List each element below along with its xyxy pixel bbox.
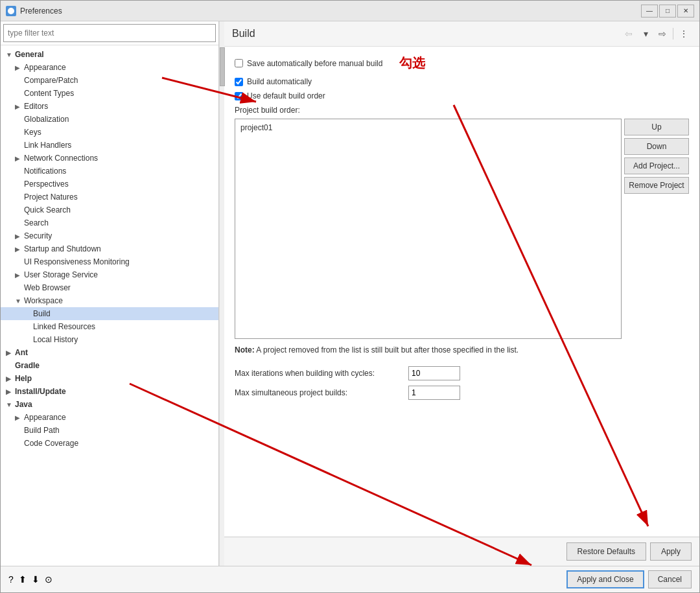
tree-item-build[interactable]: Build [1, 307, 218, 320]
tree-item-ui-responsiveness[interactable]: UI Responsiveness Monitoring [1, 255, 218, 268]
tree-item-user-storage[interactable]: ▶User Storage Service [1, 268, 218, 281]
tree-label-java-code-coverage: Code Coverage [24, 439, 78, 448]
tree-item-content-types[interactable]: Content Types [1, 87, 218, 100]
project-list-item[interactable]: project01 [238, 122, 618, 134]
tree-item-compare-patch[interactable]: Compare/Patch [1, 74, 218, 87]
remove-project-button[interactable]: Remove Project [624, 177, 689, 194]
use-default-row: Use default build order [235, 91, 689, 100]
back-button[interactable]: ⇦ [621, 27, 636, 41]
annotation-gou-xuan: 勾选 [399, 54, 425, 72]
tree-label-security: Security [24, 231, 52, 240]
tree-arrow-install-update: ▶ [6, 388, 15, 395]
tree-arrow-ant: ▶ [6, 349, 15, 356]
tree-item-appearance[interactable]: ▶Appearance [1, 61, 218, 74]
tree-item-security[interactable]: ▶Security [1, 229, 218, 242]
filter-box [1, 21, 218, 45]
tree-item-local-history[interactable]: Local History [1, 333, 218, 346]
toolbar-separator [673, 28, 673, 40]
build-auto-label: Build automatically [247, 77, 312, 86]
page-title: Build [232, 28, 621, 40]
tree-item-perspectives[interactable]: Perspectives [1, 178, 218, 191]
tree-item-general[interactable]: ▼General [1, 48, 218, 61]
tree-arrow-workspace: ▼ [15, 297, 24, 305]
tree-label-perspectives: Perspectives [24, 180, 69, 189]
tree-item-quick-search[interactable]: Quick Search [1, 203, 218, 216]
import-icon[interactable]: ⬇ [32, 574, 40, 585]
export-icon[interactable]: ⬆ [19, 574, 27, 585]
tree-item-workspace[interactable]: ▼Workspace [1, 294, 218, 307]
filter-input[interactable] [3, 24, 216, 42]
tree-label-editors: Editors [24, 102, 48, 111]
tree-item-link-handlers[interactable]: Link Handlers [1, 139, 218, 152]
close-button[interactable]: ✕ [677, 5, 694, 17]
note-text: Note: A project removed from the list is… [235, 344, 689, 356]
use-default-label: Use default build order [247, 91, 325, 100]
tree-item-linked-resources[interactable]: Linked Resources [1, 320, 218, 333]
tree-label-project-natures: Project Natures [24, 192, 78, 202]
max-simultaneous-label: Max simultaneous project builds: [235, 388, 403, 397]
right-panel: Build ⇦ ▾ ⇨ ⋮ Save automatically before … [224, 21, 699, 566]
cancel-button[interactable]: Cancel [648, 570, 692, 588]
tree-item-web-browser[interactable]: Web Browser [1, 281, 218, 294]
tree-item-gradle[interactable]: Gradle [1, 359, 218, 372]
tree-item-install-update[interactable]: ▶Install/Update [1, 385, 218, 398]
right-body: Save automatically before manual build 勾… [224, 47, 699, 537]
tree-item-java-appearance[interactable]: ▶Appearance [1, 411, 218, 424]
list-buttons: Up Down Add Project... Remove Project [622, 119, 689, 339]
maximize-button[interactable]: □ [659, 5, 676, 17]
tree-item-search[interactable]: Search [1, 216, 218, 229]
project-list[interactable]: project01 [235, 119, 622, 339]
tree-arrow-general: ▼ [6, 51, 15, 58]
max-simultaneous-input[interactable] [408, 386, 460, 400]
status-icons: ? ⬆ ⬇ ⊙ [8, 574, 563, 585]
tree-item-project-natures[interactable]: Project Natures [1, 191, 218, 203]
tree-label-java-build-path: Build Path [24, 426, 60, 435]
tree-item-editors[interactable]: ▶Editors [1, 100, 218, 113]
tree-item-keys[interactable]: Keys [1, 126, 218, 139]
tree-item-notifications[interactable]: Notifications [1, 165, 218, 178]
tree-label-help: Help [15, 374, 32, 383]
tree-item-globalization[interactable]: Globalization [1, 113, 218, 126]
tree-item-java-build-path[interactable]: Build Path [1, 424, 218, 437]
use-default-checkbox[interactable] [235, 92, 243, 100]
save-auto-checkbox[interactable] [235, 59, 243, 67]
tree-item-ant[interactable]: ▶Ant [1, 346, 218, 359]
dropdown-button[interactable]: ▾ [638, 27, 653, 41]
tree-label-startup-shutdown: Startup and Shutdown [24, 244, 101, 253]
settings-icon[interactable]: ⊙ [45, 574, 52, 585]
left-panel: ▼General▶AppearanceCompare/PatchContent … [1, 21, 219, 566]
dialog-bottom: ? ⬆ ⬇ ⊙ Apply and Close Cancel [1, 566, 699, 592]
tree-arrow-help: ▶ [6, 375, 15, 382]
tree-label-gradle: Gradle [15, 361, 40, 370]
minimize-button[interactable]: — [641, 5, 658, 17]
add-project-button[interactable]: Add Project... [624, 157, 689, 174]
tree-arrow-java-appearance: ▶ [15, 414, 24, 421]
restore-defaults-button[interactable]: Restore Defaults [566, 542, 646, 561]
help-icon[interactable]: ? [8, 574, 14, 585]
tree-label-compare-patch: Compare/Patch [24, 76, 78, 85]
main-content: ▼General▶AppearanceCompare/PatchContent … [1, 21, 699, 566]
tree-item-help[interactable]: ▶Help [1, 372, 218, 385]
up-button[interactable]: Up [624, 119, 689, 135]
left-scrollbar[interactable] [219, 21, 224, 566]
apply-button[interactable]: Apply [650, 542, 692, 561]
max-iterations-input[interactable] [408, 366, 460, 380]
max-simultaneous-row: Max simultaneous project builds: [235, 386, 689, 400]
forward-button[interactable]: ⇨ [655, 27, 670, 41]
more-button[interactable]: ⋮ [676, 27, 692, 41]
tree-item-java-code-coverage[interactable]: Code Coverage [1, 437, 218, 450]
tree-label-network-connections: Network Connections [24, 154, 98, 163]
title-bar: Preferences — □ ✕ [1, 1, 699, 21]
build-auto-checkbox[interactable] [235, 78, 243, 86]
svg-point-0 [8, 8, 14, 14]
apply-and-close-button[interactable]: Apply and Close [566, 570, 644, 588]
tree-item-startup-shutdown[interactable]: ▶Startup and Shutdown [1, 242, 218, 255]
tree-item-network-connections[interactable]: ▶Network Connections [1, 152, 218, 165]
tree-arrow-user-storage: ▶ [15, 272, 24, 279]
tree-item-java[interactable]: ▼Java [1, 398, 218, 411]
down-button[interactable]: Down [624, 138, 689, 155]
tree-label-linked-resources: Linked Resources [33, 322, 95, 331]
project-list-container: project01 Up Down Add Project... Remove … [235, 119, 689, 339]
tree-label-globalization: Globalization [24, 115, 69, 124]
tree-label-keys: Keys [24, 128, 41, 137]
